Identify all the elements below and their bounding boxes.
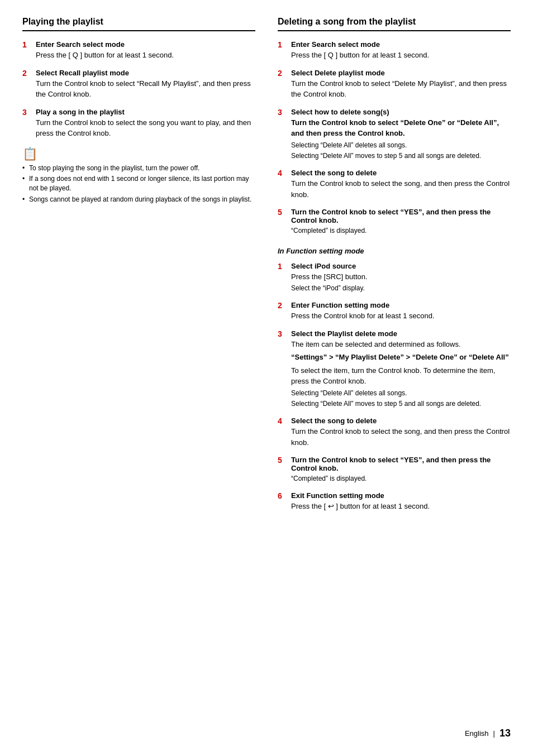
footer-language: English [465,729,489,738]
left-step-2-body: Turn the Control knob to select “Recall … [36,78,255,100]
sub-step-1: 1 Select iPod source Press the [SRC] but… [278,262,511,293]
right-main-steps: 1 Enter Search select mode Press the [ Q… [278,40,511,236]
left-steps: 1 Enter Search select mode Press the [ Q… [22,40,255,139]
left-step-3: 3 Play a song in the playlist Turn the C… [22,108,255,139]
right-section: Deleting a song from the playlist 1 Ente… [278,17,511,520]
note-item-3: Songs cannot be played at random during … [22,195,255,204]
right-step-number-3: 3 [278,108,287,161]
right-step-1: 1 Enter Search select mode Press the [ Q… [278,40,511,61]
left-step-3-title: Play a song in the playlist [36,108,255,116]
note-list: To stop playing the song in the playlist… [22,164,255,204]
sub-step-4-body: Turn the Control knob to select the song… [291,426,511,448]
sub-step-number-3: 3 [278,329,287,409]
note-box: 📋 To stop playing the song in the playli… [22,147,255,204]
sub-step-3: 3 Select the Playlist delete mode The it… [278,329,511,409]
sub-step-3-note-2: Selecting “Delete All” moves to step 5 a… [291,399,511,409]
left-step-3-body: Turn the Control knob to select the song… [36,117,255,139]
left-step-2: 2 Select Recall playlist mode Turn the C… [22,69,255,100]
right-step-number-4: 4 [278,169,287,200]
sub-step-6-title: Exit Function setting mode [291,491,511,500]
sub-step-4: 4 Select the song to delete Turn the Con… [278,417,511,448]
step-number-2: 2 [22,69,31,100]
sub-step-number-6: 6 [278,491,287,512]
sub-step-5-note: “Completed” is displayed. [291,474,511,484]
right-step-3-note-2: Selecting “Delete All” moves to step 5 a… [291,151,511,161]
right-step-2-body: Turn the Control knob to select “Delete … [291,78,511,100]
sub-step-3-extra: “Settings” > “My Playlist Delete” > “Del… [291,352,511,363]
right-step-5: 5 Turn the Control knob to select “YES”,… [278,208,511,236]
right-step-3-note-1: Selecting “Delete All” deletes all songs… [291,141,511,150]
right-section-title: Deleting a song from the playlist [278,17,511,31]
sub-step-2: 2 Enter Function setting mode Press the … [278,301,511,322]
sub-section-title: In Function setting mode [278,247,511,255]
sub-step-number-4: 4 [278,417,287,448]
sub-step-number-2: 2 [278,301,287,322]
right-step-4-body: Turn the Control knob to select the song… [291,178,511,200]
left-step-2-title: Select Recall playlist mode [36,69,255,77]
note-item-2: If a song does not end with 1 second or … [22,174,255,193]
sub-step-5: 5 Turn the Control knob to select “YES”,… [278,456,511,484]
right-step-3-title: Select how to delete song(s) [291,108,511,116]
right-step-number-2: 2 [278,69,287,100]
sub-step-3-title: Select the Playlist delete mode [291,329,511,338]
sub-step-3-note-1: Selecting “Delete All” deletes all songs… [291,389,511,398]
left-section: Playing the playlist 1 Enter Search sele… [22,17,255,520]
sub-step-number-5: 5 [278,456,287,484]
footer-separator: | [493,729,495,738]
sub-step-number-1: 1 [278,262,287,293]
sub-step-5-title: Turn the Control knob to select “YES”, a… [291,456,511,472]
sub-step-6: 6 Exit Function setting mode Press the [… [278,491,511,512]
right-step-1-title: Enter Search select mode [291,40,511,49]
right-step-4: 4 Select the song to delete Turn the Con… [278,169,511,200]
left-step-1-title: Enter Search select mode [36,40,255,49]
right-step-3-body: Turn the Control knob to select “Delete … [291,117,511,139]
sub-step-1-note: Select the “iPod” display. [291,284,511,293]
right-step-4-title: Select the song to delete [291,169,511,177]
step-number-1: 1 [22,40,31,61]
sub-step-3-extra2: To select the item, turn the Control kno… [291,365,511,387]
sub-step-2-body: Press the Control knob for at least 1 se… [291,310,511,322]
right-step-3: 3 Select how to delete song(s) Turn the … [278,108,511,161]
left-step-1: 1 Enter Search select mode Press the [ Q… [22,40,255,61]
sub-step-6-body: Press the [ ↩ ] button for at least 1 se… [291,501,511,512]
right-step-5-title: Turn the Control knob to select “YES”, a… [291,208,511,224]
sub-step-3-body: The item can be selected and determined … [291,339,511,350]
sub-step-1-title: Select iPod source [291,262,511,270]
left-step-1-body: Press the [ Q ] button for at least 1 se… [36,50,255,61]
right-step-number-5: 5 [278,208,287,236]
sub-step-2-title: Enter Function setting mode [291,301,511,309]
right-step-2-title: Select Delete playlist mode [291,69,511,77]
right-step-number-1: 1 [278,40,287,61]
step-number-3: 3 [22,108,31,139]
right-step-2: 2 Select Delete playlist mode Turn the C… [278,69,511,100]
page-number: 13 [499,728,511,739]
left-section-title: Playing the playlist [22,17,255,31]
right-sub-steps: 1 Select iPod source Press the [SRC] but… [278,262,511,512]
page-footer: English | 13 [465,728,511,739]
note-icon: 📋 [22,147,255,161]
note-item-1: To stop playing the song in the playlist… [22,164,255,173]
sub-step-4-title: Select the song to delete [291,417,511,425]
right-step-5-note: “Completed” is displayed. [291,226,511,236]
sub-step-1-body: Press the [SRC] button. [291,271,511,283]
right-step-1-body: Press the [ Q ] button for at least 1 se… [291,50,511,61]
